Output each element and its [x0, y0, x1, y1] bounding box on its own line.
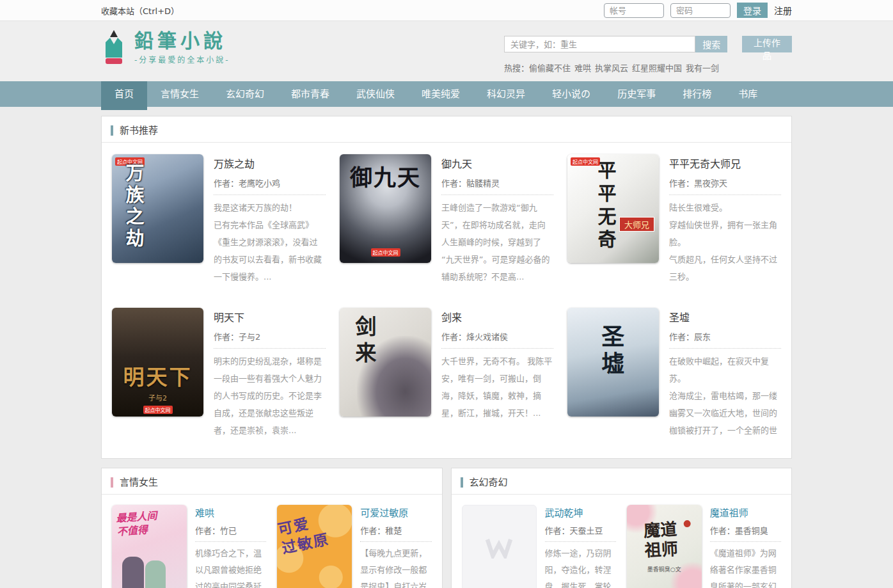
book-description: 明末的历史纷乱混杂，堪称是一段由一些有着强大个人魅力的人书写成的历史。不论是李自…: [214, 353, 326, 439]
book-cover[interactable]: 剑来: [340, 308, 431, 417]
book-title-link[interactable]: 可爱过敏原: [360, 505, 431, 519]
book-title-link[interactable]: 剑来: [441, 309, 553, 324]
nav-item-light-novel[interactable]: 轻小说の: [539, 81, 604, 107]
featured-book-card: 魔道祖师 墨香铜臭○文 魔道祖师 作者：墨香铜臭 《魔道祖师》为网络著名作家墨香…: [627, 505, 781, 588]
book-description: 我是这诸天万族的劫！ 已有完本作品《全球高武》《重生之财源滚滚》，没看过的书友可…: [214, 199, 326, 285]
book-cover[interactable]: 起点中文网 万族之劫: [112, 154, 203, 263]
book-title-link[interactable]: 平平无奇大师兄: [669, 155, 781, 171]
cover-author-text: 墨香铜臭○文: [627, 565, 702, 573]
search-button[interactable]: 搜索: [695, 36, 727, 52]
nav-item-home[interactable]: 首页: [101, 81, 147, 107]
hot-search-item[interactable]: 偷偷藏不住: [529, 63, 571, 73]
book-author: 作者：辰东: [669, 330, 781, 349]
account-input[interactable]: [604, 3, 664, 18]
book-author: 作者：竹已: [195, 524, 266, 542]
book-title-link[interactable]: 圣墟: [669, 309, 781, 324]
book-description: 陆长生很难受。 穿越仙侠世界，拥有一张主角脸。 气质超凡，任何女人坚持不过三秒。: [669, 199, 781, 285]
featured-book-card: 武动乾坤 作者：天蚕土豆 修炼一途，乃窃阴阳，夺造化，转涅盘，握生死，掌轮回。 …: [462, 505, 616, 588]
nav-item-urban[interactable]: 都市青春: [278, 81, 343, 107]
login-area: 登录 注册: [604, 3, 792, 18]
cover-tag-text: 大师兄: [619, 217, 654, 232]
romance-header: 言情女生: [102, 468, 442, 495]
book-author: 作者：子与2: [214, 330, 326, 349]
cover-title-text: 魔道祖师: [644, 519, 685, 560]
topbar: 收藏本站（Ctrl+D） 登录 注册: [0, 0, 893, 21]
cover-title-text: 剑来: [349, 315, 379, 368]
book-cover[interactable]: 圣墟: [567, 308, 659, 417]
book-card: 起点中文网 平平无奇 大师兄 平平无奇大师兄 作者：黑夜弥天 陆长生很难受。 穿…: [567, 154, 781, 285]
book-title-link[interactable]: 万族之劫: [214, 155, 326, 171]
hot-search-item[interactable]: 难哄: [574, 63, 591, 73]
book-description: 《魔道祖师》为网络著名作家墨香铜臭所著的一部玄幻小说，又名《无羁》。: [710, 545, 781, 588]
cover-title-text: 御九天: [340, 159, 431, 192]
book-title-link[interactable]: 武动乾坤: [545, 505, 616, 519]
cover-title-text: 圣墟: [594, 324, 627, 378]
register-link[interactable]: 注册: [774, 4, 792, 17]
cover-title-text: 可爱 过敏原: [277, 511, 331, 558]
hot-search-item[interactable]: 我有一剑: [686, 63, 719, 73]
cover-title-text: 明天下: [112, 360, 203, 391]
book-author: 作者：老鹰吃小鸡: [214, 177, 326, 195]
cover-figure-art: [145, 560, 166, 588]
book-cover[interactable]: 起点中文网 平平无奇 大师兄: [567, 154, 659, 263]
cover-title-text: 万族之劫: [120, 163, 146, 250]
book-description: 修炼一途，乃窃阴阳，夺造化，转涅盘，握生死，掌轮回。 武之极，破: [545, 545, 616, 588]
password-input[interactable]: [670, 3, 731, 18]
login-button[interactable]: 登录: [737, 3, 768, 18]
new-books-section: 新书推荐 起点中文网 万族之劫 万族之劫 作者：老鹰吃小鸡 我是这诸天万族的劫！…: [101, 116, 792, 459]
site-logo[interactable]: 鉛筆小說 -分享最愛的全本小說-: [101, 28, 230, 68]
book-description: 大千世界，无奇不有。 我陈平安，唯有一剑，可搬山，倒海，降妖，镇魔，敕神，摘星，…: [441, 353, 553, 422]
site-header: 鉛筆小說 -分享最愛的全本小說- 搜索 上传作品 热搜：偷偷藏不住难哄执掌风云红…: [0, 21, 893, 81]
book-title-link[interactable]: 魔道祖师: [710, 505, 781, 519]
search-area: 搜索 上传作品 热搜：偷偷藏不住难哄执掌风云红星照耀中国我有一剑: [504, 28, 792, 74]
book-author: 作者：烽火戏诸侯: [441, 330, 553, 349]
new-books-grid: 起点中文网 万族之劫 万族之劫 作者：老鹰吃小鸡 我是这诸天万族的劫！ 已有完本…: [102, 143, 791, 458]
book-author: 作者：墨香铜臭: [710, 524, 781, 542]
book-title-link[interactable]: 难哄: [195, 505, 266, 519]
section-title: 玄幻奇幻: [470, 477, 508, 488]
nav-item-history[interactable]: 历史军事: [604, 81, 669, 107]
book-author: 作者：天蚕土豆: [545, 524, 616, 542]
nav-item-library[interactable]: 书库: [725, 81, 771, 107]
book-cover[interactable]: 最是人间 不值得: [112, 505, 187, 588]
nav-item-fantasy[interactable]: 玄幻奇幻: [212, 81, 278, 107]
featured-book-card: 最是人间 不值得 难哄 作者：竹已 机缘巧合之下，温以凡跟曾被她拒绝过的高中同学…: [112, 505, 266, 588]
placeholder-cover-icon: [485, 538, 513, 559]
cover-title-text: 最是人间 不值得: [116, 507, 187, 538]
nav-item-wuxia[interactable]: 武侠仙侠: [343, 81, 408, 107]
book-cover[interactable]: 明天下 子与2 起点中文网: [112, 308, 203, 417]
book-author: 作者：骷髅精灵: [441, 177, 553, 195]
book-author: 作者：稚楚: [360, 524, 431, 542]
book-description: 机缘巧合之下，温以凡跟曾被她拒绝过的高中同学桑延过上了合租的生活。两人井: [195, 545, 266, 588]
section-marker: [111, 477, 113, 488]
book-title-link[interactable]: 御九天: [441, 155, 553, 171]
featured-book-card: 可爱 过敏原 可爱过敏原 作者：稚楚 【每晚九点更新，显示有修改一般都是捉虫】自…: [277, 505, 431, 588]
new-books-header: 新书推荐: [102, 116, 791, 143]
hot-search-label: 热搜：: [504, 63, 529, 73]
logo-title: 鉛筆小說: [134, 29, 230, 52]
upload-work-button[interactable]: 上传作品: [742, 36, 792, 52]
book-description: 王峰创造了一款游戏“御九天”，在即将功成名就，走向人生巅峰的时候，穿越到了“九天…: [441, 199, 553, 285]
book-card: 御九天 起点中文网 御九天 作者：骷髅精灵 王峰创造了一款游戏“御九天”，在即将…: [340, 154, 553, 285]
book-cover[interactable]: 魔道祖师 墨香铜臭○文: [627, 505, 702, 588]
section-marker: [461, 477, 463, 488]
book-author: 作者：黑夜弥天: [669, 177, 781, 195]
section-title: 言情女生: [120, 477, 158, 488]
nav-item-scifi[interactable]: 科幻灵异: [473, 81, 539, 107]
nav-item-pure-love[interactable]: 唯美纯爱: [408, 81, 473, 107]
book-cover[interactable]: 可爱 过敏原: [277, 505, 352, 588]
cover-title-text: 平平无奇: [592, 161, 619, 253]
book-description: 【每晚九点更新，显示有修改一般都是捉虫】自打六岁那年爸爸领回来一个混血小: [360, 545, 431, 588]
nav-item-romance[interactable]: 言情女生: [147, 81, 212, 107]
fantasy-section: 玄幻奇幻 武动乾坤 作者：天蚕土豆 修炼一途，乃窃阴阳，夺造化，转涅盘，握生死，…: [451, 468, 793, 588]
book-cover[interactable]: 御九天 起点中文网: [340, 154, 431, 263]
hot-search-item[interactable]: 执掌风云: [595, 63, 628, 73]
section-marker: [111, 125, 113, 136]
nav-item-ranking[interactable]: 排行榜: [669, 81, 725, 107]
book-card: 起点中文网 万族之劫 万族之劫 作者：老鹰吃小鸡 我是这诸天万族的劫！ 已有完本…: [112, 154, 326, 285]
book-cover-placeholder[interactable]: [462, 505, 537, 588]
hot-search-item[interactable]: 红星照耀中国: [632, 63, 682, 73]
cover-badge: 起点中文网: [143, 406, 173, 414]
book-title-link[interactable]: 明天下: [214, 309, 326, 324]
search-input[interactable]: [504, 36, 695, 52]
